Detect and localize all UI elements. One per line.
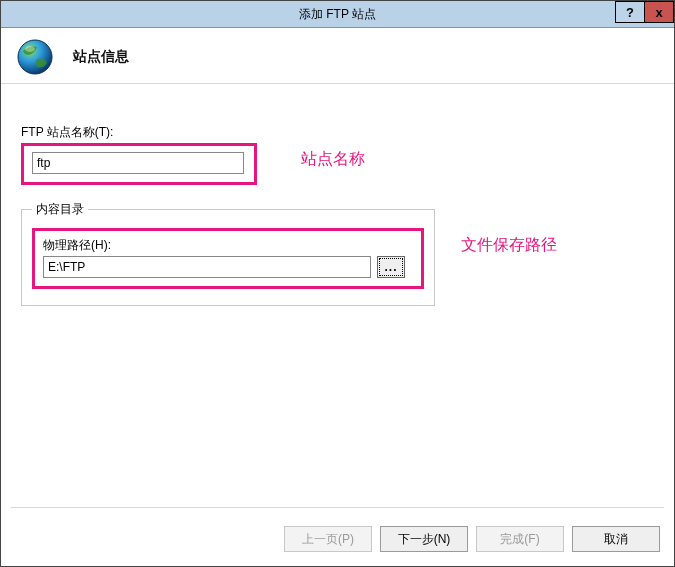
site-name-label: FTP 站点名称(T): — [21, 124, 674, 141]
close-button[interactable]: x — [644, 1, 674, 23]
page-heading: 站点信息 — [73, 48, 129, 66]
physical-path-label: 物理路径(H): — [43, 237, 413, 254]
dialog-window: 添加 FTP 站点 ? x 站点信息 — [0, 0, 675, 567]
browse-button[interactable]: ... — [377, 256, 405, 278]
previous-button: 上一页(P) — [284, 526, 372, 552]
physical-path-row: ... — [43, 256, 413, 278]
footer-separator — [11, 507, 664, 508]
physical-path-input[interactable] — [43, 256, 371, 278]
svg-point-1 — [25, 46, 35, 52]
globe-icon — [15, 37, 55, 77]
window-title: 添加 FTP 站点 — [299, 6, 376, 23]
content-directory-group: 内容目录 物理路径(H): ... — [21, 201, 435, 306]
header-panel: 站点信息 — [1, 28, 674, 84]
site-name-highlight — [21, 143, 257, 185]
annotation-file-path: 文件保存路径 — [461, 235, 557, 256]
content-directory-legend: 内容目录 — [32, 201, 88, 218]
physical-path-highlight: 物理路径(H): ... — [32, 228, 424, 289]
window-controls: ? x — [616, 1, 674, 24]
wizard-button-row: 上一页(P) 下一步(N) 完成(F) 取消 — [284, 526, 660, 552]
cancel-button[interactable]: 取消 — [572, 526, 660, 552]
form-body: FTP 站点名称(T): 内容目录 物理路径(H): ... — [1, 84, 674, 306]
annotation-site-name: 站点名称 — [301, 149, 365, 170]
next-button[interactable]: 下一步(N) — [380, 526, 468, 552]
titlebar: 添加 FTP 站点 ? x — [1, 1, 674, 28]
help-button[interactable]: ? — [615, 1, 645, 23]
site-name-input[interactable] — [32, 152, 244, 174]
finish-button: 完成(F) — [476, 526, 564, 552]
svg-point-0 — [18, 40, 52, 74]
